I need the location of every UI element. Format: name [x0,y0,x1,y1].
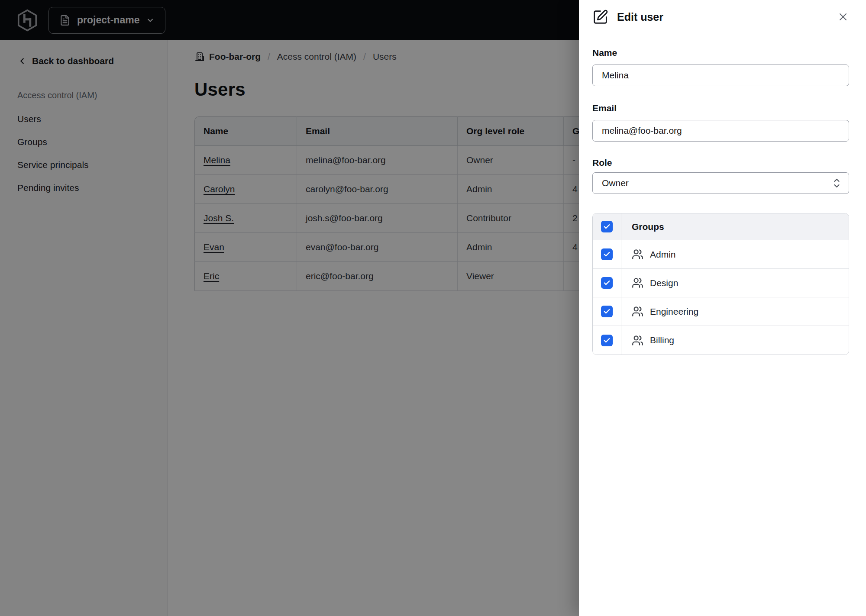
group-checkbox[interactable] [601,277,613,289]
name-input[interactable] [592,65,849,86]
drawer-title: Edit user [617,11,663,23]
drawer-header: Edit user [579,0,866,34]
group-row-engineering: Engineering [593,297,849,326]
group-label: Billing [650,335,674,345]
groups-select-all-checkbox[interactable] [601,221,613,232]
group-row-admin: Admin [593,240,849,269]
role-select[interactable]: Owner [592,172,849,194]
role-selected-value: Owner [602,178,629,188]
group-checkbox[interactable] [601,248,613,260]
app-window: project-name Back to dashboard Access co… [0,0,866,616]
select-caret-icon [833,177,841,189]
users-icon [632,335,643,346]
edit-pencil-icon [592,9,608,25]
group-checkbox[interactable] [601,335,613,346]
group-label: Design [650,278,678,288]
edit-user-form: Name Email Role Owner Groups [579,47,866,355]
close-icon[interactable] [836,10,850,24]
email-input[interactable] [592,120,849,142]
group-row-billing: Billing [593,326,849,355]
group-checkbox[interactable] [601,306,613,317]
groups-header-row: Groups [593,213,849,240]
name-field-label: Name [592,47,849,58]
groups-checklist: Groups Admin [592,213,849,355]
users-icon [632,277,643,289]
group-label: Admin [650,249,676,260]
email-field-label: Email [592,103,849,113]
users-icon [632,306,643,317]
group-row-design: Design [593,269,849,297]
edit-user-drawer: Edit user Name Email Role Owner [579,0,866,616]
groups-header-label: Groups [632,222,664,232]
users-icon [632,248,643,260]
group-label: Engineering [650,306,698,317]
role-field-label: Role [592,157,849,168]
